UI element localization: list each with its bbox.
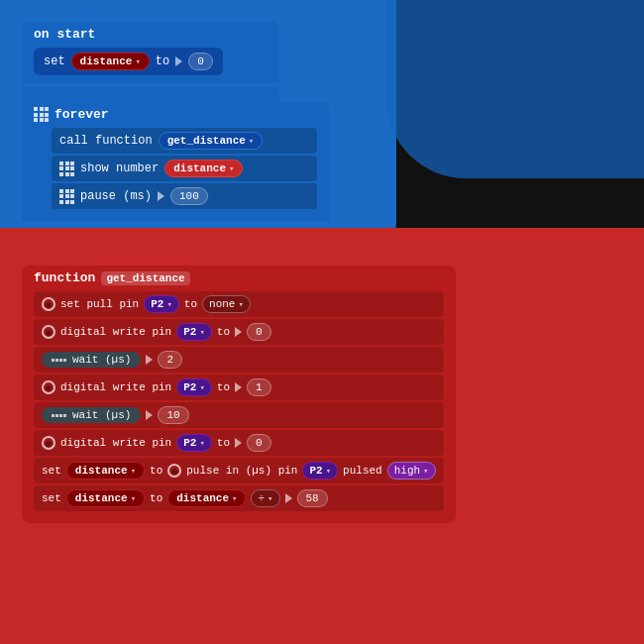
circle-icon-2: ◎	[42, 325, 55, 339]
pin-p2-1[interactable]: P2 ▾	[144, 295, 179, 313]
circle-icon-4: ◎	[42, 436, 55, 450]
value-dw3[interactable]: 0	[247, 434, 271, 452]
arrow-wait1	[146, 355, 153, 365]
wait-1-content: wait (µs) 2	[42, 351, 436, 369]
forever-header: forever	[34, 107, 317, 122]
pause-value[interactable]: 100	[170, 187, 208, 205]
pause-label: pause (ms)	[80, 189, 152, 203]
wait-grid	[52, 359, 66, 362]
wait-grid-2	[52, 414, 66, 417]
arrow-dw2	[235, 382, 242, 392]
to-label-dw2: to	[217, 381, 230, 393]
forever-block: forever call function get_distance ▾	[22, 102, 329, 221]
wait-1-block: wait (µs)	[42, 352, 141, 368]
dropdown-chevron: ▾	[135, 56, 140, 67]
arrow-div	[285, 493, 292, 503]
value-wait2[interactable]: 10	[158, 406, 188, 424]
blocks-container: on start set distance ▾ to 0	[0, 0, 644, 644]
digital-write-2-label: digital write pin	[60, 381, 171, 393]
on-start-row: set distance ▾ to 0	[34, 48, 223, 75]
high-dropdown[interactable]: high ▾	[387, 462, 436, 480]
circle-icon-3: ◎	[42, 380, 55, 394]
on-start-block: on start set distance ▾ to 0	[22, 22, 279, 83]
distance-pill-show[interactable]: distance ▾	[164, 160, 243, 177]
circle-icon-pulse: ◎	[167, 464, 181, 478]
value-wait1[interactable]: 2	[158, 351, 182, 369]
wait-2-block: wait (µs)	[42, 407, 141, 423]
pin-p2-4[interactable]: P2 ▾	[176, 434, 212, 452]
value-0[interactable]: 0	[188, 53, 213, 70]
to-label-1: to	[156, 54, 169, 68]
set-distance-div-content: set distance ▾ to distance ▾ ÷ ▾	[42, 489, 436, 507]
set-pull-row: ◎ set pull pin P2 ▾ to none ▾	[34, 291, 444, 317]
div-value[interactable]: 58	[297, 489, 328, 507]
set-distance-div-row: set distance ▾ to distance ▾ ÷ ▾	[34, 485, 444, 511]
wait-1-row: wait (µs) 2	[34, 347, 444, 373]
dropdown-chevron-2: ▾	[249, 136, 254, 147]
function-name-tag: get_distance	[101, 271, 189, 285]
show-grid-icon	[59, 161, 74, 176]
value-dw1[interactable]: 0	[247, 323, 271, 341]
set-label-pulse: set	[42, 465, 61, 477]
pulse-label: pulse in (µs) pin	[186, 465, 297, 477]
pin-p2-3[interactable]: P2 ▾	[176, 378, 212, 396]
digital-write-3-content: ◎ digital write pin P2 ▾ to 0	[42, 434, 436, 452]
digital-write-3-label: digital write pin	[60, 437, 171, 449]
operator-dropdown[interactable]: ÷ ▾	[251, 489, 279, 507]
show-number-row: show number distance ▾	[52, 156, 317, 181]
wait-2-content: wait (µs) 10	[42, 406, 436, 424]
set-label-div: set	[42, 492, 61, 504]
digital-write-2-row: ◎ digital write pin P2 ▾ to 1	[34, 375, 444, 400]
function-header: function get_distance	[34, 270, 444, 285]
pause-grid-icon	[59, 189, 74, 204]
pause-row: pause (ms) 100	[52, 183, 317, 209]
wait-2-row: wait (µs) 10	[34, 402, 444, 428]
get-distance-pill[interactable]: get_distance ▾	[159, 132, 264, 150]
function-block: function get_distance ◎ set pull pin P2 …	[22, 266, 456, 523]
on-start-label: on start	[34, 27, 95, 42]
connector-1	[22, 87, 279, 102]
set-distance-pulse-content: set distance ▾ to ◎ pulse in (µs) pin P2…	[42, 462, 436, 480]
none-dropdown[interactable]: none ▾	[202, 295, 251, 313]
to-label-dw3: to	[217, 437, 230, 449]
function-label: function	[34, 270, 95, 285]
digital-write-3-row: ◎ digital write pin P2 ▾ to 0	[34, 430, 444, 456]
distance-var[interactable]: distance ▾	[71, 53, 150, 70]
digital-write-1-row: ◎ digital write pin P2 ▾ to 0	[34, 319, 444, 345]
on-start-header: on start	[34, 27, 268, 42]
digital-write-1-content: ◎ digital write pin P2 ▾ to 0	[42, 323, 436, 341]
to-label-div: to	[150, 492, 162, 504]
set-distance-pulse-row: set distance ▾ to ◎ pulse in (µs) pin P2…	[34, 458, 444, 483]
set-pull-content: ◎ set pull pin P2 ▾ to none ▾	[42, 295, 436, 313]
call-function-label: call function	[59, 134, 153, 148]
arrow-dw3	[235, 438, 242, 448]
forever-label: forever	[54, 107, 109, 122]
dropdown-chevron-3: ▾	[229, 163, 234, 174]
to-label-pull: to	[184, 298, 197, 310]
forever-grid-icon	[34, 107, 49, 122]
call-function-row: call function get_distance ▾	[52, 128, 317, 154]
arrow-dw1	[235, 327, 242, 337]
arrow-wait2	[146, 410, 153, 420]
div-var-pill[interactable]: distance ▾	[167, 489, 246, 507]
pin-p2-2[interactable]: P2 ▾	[176, 323, 212, 341]
digital-write-2-content: ◎ digital write pin P2 ▾ to 1	[42, 378, 436, 396]
pulsed-label: pulsed	[343, 465, 382, 477]
arrow-icon-1	[175, 56, 182, 66]
circle-icon-1: ◎	[42, 297, 55, 311]
set-label: set	[44, 54, 65, 68]
show-number-content: show number distance ▾	[59, 160, 309, 177]
digital-write-1-label: digital write pin	[60, 326, 171, 338]
distance-var-pulse[interactable]: distance ▾	[66, 462, 145, 480]
call-function-content: call function get_distance ▾	[59, 132, 309, 150]
to-label-pulse: to	[150, 465, 162, 477]
value-dw2[interactable]: 1	[247, 378, 271, 396]
to-label-dw1: to	[217, 326, 230, 338]
set-pull-label: set pull pin	[60, 298, 139, 310]
arrow-icon-pause	[158, 191, 164, 201]
pause-content: pause (ms) 100	[59, 187, 309, 205]
show-number-label: show number	[80, 161, 159, 175]
pin-p2-pulse[interactable]: P2 ▾	[302, 462, 338, 480]
distance-var-div[interactable]: distance ▾	[66, 489, 145, 507]
canvas: on start set distance ▾ to 0	[0, 0, 644, 644]
